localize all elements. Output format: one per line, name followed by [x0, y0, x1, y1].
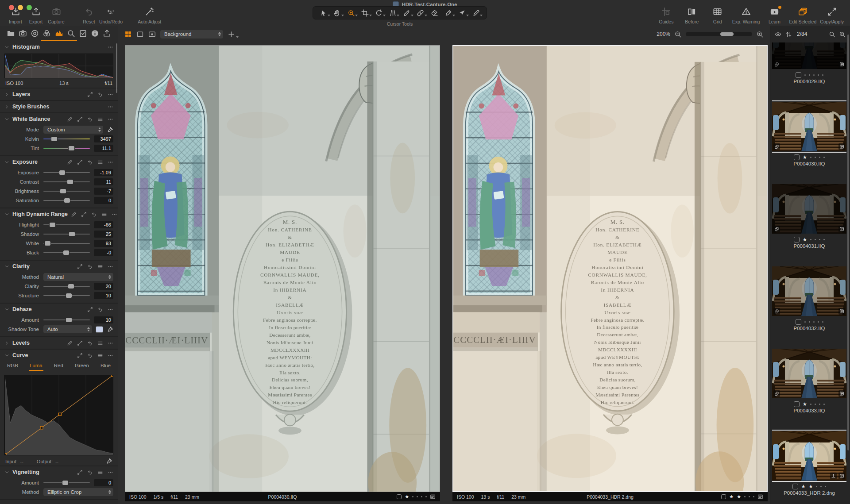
filmstrip-item[interactable]: ★P0004033.IIQ [772, 349, 846, 415]
tint-slider[interactable] [43, 145, 90, 152]
viewer-zoom-slider[interactable] [686, 32, 752, 36]
select-checkbox[interactable] [397, 494, 402, 499]
zoom-in-icon[interactable] [756, 31, 764, 38]
undo-s-icon[interactable] [87, 159, 93, 165]
rating-dot-icon[interactable] [813, 321, 815, 323]
amount-slider[interactable] [43, 479, 90, 486]
rating-dot-icon[interactable] [810, 157, 811, 158]
curve-header[interactable]: Curve [0, 350, 118, 361]
value-box[interactable]: -93 [94, 240, 113, 247]
pen-s-icon[interactable] [67, 340, 73, 346]
slider-handle[interactable] [69, 232, 75, 236]
toolbar-button-before[interactable]: Before [681, 7, 703, 24]
cursor-tool-style-brush[interactable] [402, 8, 412, 18]
select-checkbox[interactable] [794, 154, 800, 160]
rating-dot-icon[interactable] [809, 74, 810, 76]
kelvin-slider[interactable] [43, 135, 90, 142]
white-slider[interactable] [43, 240, 90, 247]
menu-icon[interactable] [97, 116, 103, 122]
curve-tab-blue[interactable]: Blue [100, 361, 112, 371]
value-box[interactable]: 0 [94, 197, 113, 204]
tool-tab-export[interactable] [103, 29, 111, 38]
dots-icon[interactable] [108, 353, 113, 358]
toolbar-button-capture[interactable]: Capture [46, 7, 66, 24]
dots-icon[interactable] [108, 116, 113, 122]
filmstrip-item[interactable]: P0004029.IIQ [772, 42, 846, 86]
thumb-menu-badge[interactable] [838, 473, 845, 479]
select-checkbox[interactable] [792, 484, 798, 489]
star-icon[interactable]: ★ [803, 237, 807, 242]
copyarr-icon[interactable] [77, 340, 83, 346]
tool-tab-adjust[interactable] [55, 29, 63, 38]
menu-icon[interactable] [97, 353, 103, 358]
tool-tab-colors[interactable] [42, 29, 51, 38]
hdr-header[interactable]: High Dynamic Range [0, 208, 118, 220]
toolbar-button-guides[interactable]: Guides [655, 7, 677, 24]
copyarr-icon[interactable] [77, 264, 83, 269]
menu-icon[interactable] [97, 159, 103, 165]
copyarr-icon[interactable] [81, 212, 87, 217]
filmstrip-item[interactable]: ★P0004031.IIQ [772, 184, 846, 250]
slider-handle[interactable] [45, 241, 50, 246]
tool-tab-folder[interactable] [7, 29, 15, 38]
rating-dot-icon[interactable] [810, 239, 811, 240]
list-icon[interactable] [430, 494, 436, 500]
slider-handle[interactable] [64, 198, 70, 203]
proof-view-icon[interactable] [148, 31, 156, 38]
rating-dot-icon[interactable] [819, 404, 820, 405]
star-icon[interactable]: ★ [729, 494, 734, 499]
menu-icon[interactable] [101, 212, 107, 217]
undo-s-icon[interactable] [87, 340, 93, 346]
sort-icon[interactable] [785, 31, 792, 38]
thumb-rating[interactable] [772, 318, 846, 326]
zoom-slider-handle[interactable] [720, 32, 734, 36]
value-box[interactable]: 20 [94, 283, 113, 290]
dots-icon[interactable] [112, 212, 117, 217]
slider-handle[interactable] [62, 481, 68, 485]
tool-tab-info[interactable] [91, 29, 99, 38]
toolbar-button-copy-apply[interactable]: Copy/Apply [820, 7, 844, 24]
photo-rating[interactable]: ★★ [721, 494, 763, 500]
compare-photo-right[interactable]: CCCCLII·ÆI·LIIIVM. S.Hon. CATHERINE&Hon.… [452, 45, 768, 504]
dots-icon[interactable] [108, 469, 113, 475]
saturation-slider[interactable] [43, 197, 90, 204]
select-checkbox[interactable] [796, 72, 801, 78]
clarity-slider[interactable] [43, 283, 90, 290]
value-box[interactable]: 3497 [94, 135, 113, 142]
sidebar-scrollbar[interactable] [116, 43, 117, 93]
tool-tab-camera[interactable] [19, 29, 27, 38]
rating-dot-icon[interactable] [818, 74, 819, 76]
curve-picker-icon[interactable] [106, 458, 112, 465]
histogram-header[interactable]: Histogram [0, 41, 118, 53]
value-box[interactable]: 11.1 [94, 145, 113, 152]
brightness-slider[interactable] [43, 188, 90, 195]
rating-dot-icon[interactable] [816, 486, 817, 487]
single-view-icon[interactable] [136, 31, 144, 38]
thumb-menu-badge[interactable] [838, 143, 845, 150]
thumb-rating[interactable]: ★ [772, 400, 846, 408]
cursor-tool-spot[interactable] [443, 8, 454, 18]
toolbar-button-edit-selected[interactable]: Edit Selected [789, 7, 816, 24]
filmstrip-item[interactable]: ★P0004030.IIQ [772, 102, 846, 168]
thumbnail-image[interactable] [772, 42, 846, 69]
shadow-tone-picker-icon[interactable] [107, 326, 113, 333]
layers-header[interactable]: Layers [0, 88, 118, 100]
filmstrip-item[interactable]: P0004032.IIQ [772, 266, 846, 333]
rating-dot-icon[interactable] [804, 74, 806, 76]
search-icon[interactable] [829, 31, 835, 38]
undo-s-icon[interactable] [87, 264, 93, 269]
star-icon[interactable]: ★ [803, 402, 807, 407]
cursor-tool-rotate[interactable] [374, 8, 384, 18]
photo-image[interactable]: CCCCLII·ÆI·LIIIVM. S.Hon. CATHERINE&Hon.… [125, 45, 440, 492]
star-icon[interactable]: ★ [737, 494, 741, 499]
slider-handle[interactable] [66, 293, 72, 298]
dots-icon[interactable] [108, 92, 113, 97]
eye-filter-icon[interactable] [775, 31, 781, 38]
white-balance-header[interactable]: White Balance [0, 113, 118, 125]
clarity-header[interactable]: Clarity [0, 261, 118, 272]
rating-dot-icon[interactable] [412, 496, 413, 497]
viewer-background-select[interactable]: Background [160, 30, 223, 38]
wb-picker-icon[interactable] [107, 127, 113, 133]
clarity-method-select[interactable]: Natural [43, 273, 113, 281]
toolbar-button-undo-redo[interactable]: Undo/Redo [99, 7, 123, 24]
